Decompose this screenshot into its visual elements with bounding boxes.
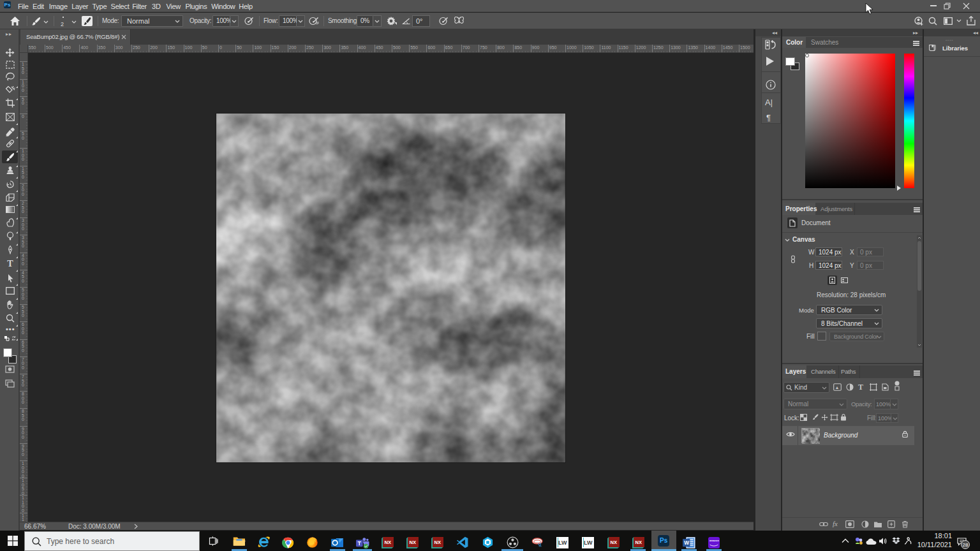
svg-text:NX: NX: [384, 540, 391, 545]
svg-text:NX: NX: [635, 540, 642, 545]
svg-text:W: W: [684, 540, 689, 546]
svg-text:NX: NX: [434, 540, 441, 545]
svg-text:▲: ▲: [835, 385, 840, 390]
svg-text:NX: NX: [409, 540, 416, 545]
svg-text:NX: NX: [610, 540, 617, 545]
